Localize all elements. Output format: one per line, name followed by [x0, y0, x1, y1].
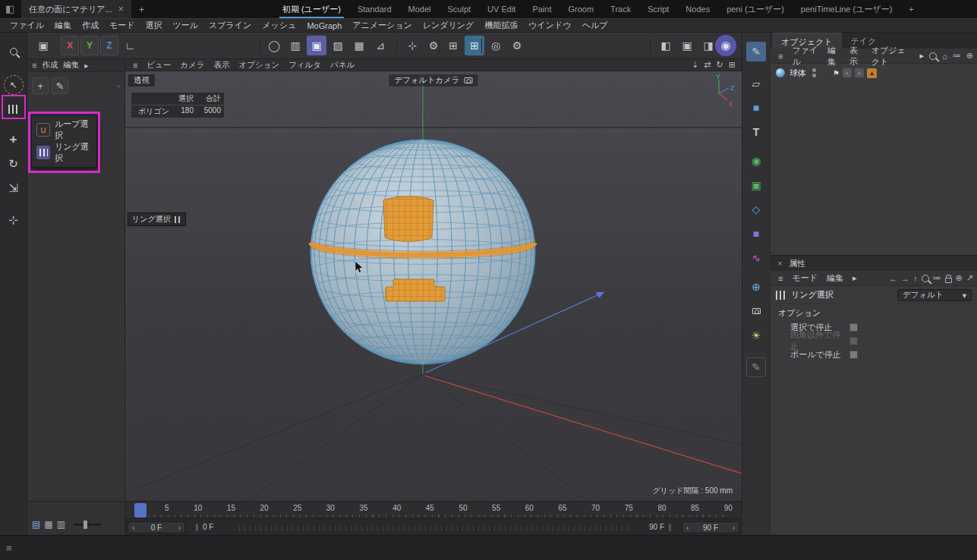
menu-tools[interactable]: ツール — [168, 20, 204, 31]
polygons-mode-icon[interactable]: ▣ — [307, 36, 326, 55]
edges-mode-icon[interactable]: ▥ — [285, 36, 305, 55]
hamburger-icon[interactable]: ≡ — [774, 274, 786, 283]
environment-icon[interactable]: ⊕ — [746, 277, 766, 297]
menu-window[interactable]: ウインドウ — [523, 20, 576, 31]
refresh-view-icon[interactable]: ↻ — [717, 60, 723, 70]
menu-camera[interactable]: カメラ — [175, 60, 209, 71]
current-frame-field[interactable]: ∥ 0 F — [195, 523, 213, 531]
layout-tab-script[interactable]: Script — [648, 0, 669, 18]
object-list[interactable]: 球体 ⚑ ▪ ▪ ▲ — [771, 64, 977, 255]
grid-view-icon[interactable]: ▦ — [44, 519, 52, 530]
camera-create-icon[interactable] — [746, 301, 766, 321]
annotate-pencil-icon[interactable]: ✎ — [746, 357, 766, 377]
menu-object[interactable]: オブジェクト — [868, 45, 915, 68]
hamburger-icon[interactable]: ≡ — [128, 61, 142, 70]
menu-display[interactable]: 表示 — [209, 60, 234, 71]
cube-primitive-icon[interactable]: ■ — [746, 98, 766, 118]
layout-tab-groom[interactable]: Groom — [568, 0, 594, 18]
layout-tab-uvedit[interactable]: UV Edit — [487, 0, 515, 18]
layout-tab-penitimeline[interactable]: peniTimeLine (ユーザー) — [801, 0, 893, 18]
hamburger-icon[interactable]: ≡ — [774, 52, 786, 61]
live-selection-tool[interactable]: ↖ — [4, 75, 24, 95]
modeling-axis-icon[interactable]: ⊹ — [402, 36, 422, 55]
layout-tab-model[interactable]: Model — [408, 0, 431, 18]
axis-y-button[interactable]: Y — [80, 36, 99, 55]
submenu-arrow-icon[interactable]: ▸ — [849, 273, 861, 283]
view-label[interactable]: 透視 — [128, 74, 155, 87]
spline-pen-icon[interactable]: ✎ — [746, 42, 766, 61]
text-tool-icon[interactable]: T — [746, 122, 766, 142]
home-icon[interactable]: ⌂ — [942, 52, 947, 61]
checkbox[interactable] — [849, 351, 858, 359]
coord-system-icon[interactable]: ∟ — [120, 36, 140, 55]
checkbox[interactable] — [849, 323, 858, 332]
back-icon[interactable]: ← — [889, 274, 897, 283]
checkbox[interactable] — [849, 337, 858, 345]
step-forward-icon[interactable]: › — [733, 524, 735, 532]
ring-selection-tool[interactable] — [4, 99, 24, 119]
menu-create[interactable]: 作成 — [77, 20, 104, 31]
menu-filter[interactable]: フィルタ — [284, 60, 326, 71]
popout-icon[interactable]: ↗ — [966, 273, 973, 283]
grid-snap-icon[interactable]: ⊞ — [443, 36, 463, 55]
menu-item-ring-selection[interactable]: リング選択 — [34, 141, 94, 164]
3d-scene[interactable] — [125, 71, 742, 501]
search-icon[interactable] — [929, 52, 937, 60]
modeling-settings-icon[interactable]: ⚙ — [424, 36, 443, 55]
voxel-icon[interactable]: ▣ — [746, 175, 766, 195]
layout-tab-standard[interactable]: Standard — [358, 0, 392, 18]
tag-icon[interactable]: ▪ — [843, 68, 852, 77]
filter-icon[interactable]: ≔ — [953, 51, 961, 61]
layout-tab-paint[interactable]: Paint — [532, 0, 551, 18]
menu-help[interactable]: ヘルプ — [577, 20, 613, 31]
start-frame-stepper[interactable]: ‹ 0 F › — [128, 521, 185, 533]
add-button[interactable]: + — [32, 77, 49, 94]
menu-view[interactable]: ビュー — [142, 60, 175, 71]
menu-extensions[interactable]: 機能拡張 — [479, 20, 523, 31]
close-icon[interactable]: × — [118, 4, 124, 14]
layout-tab-track[interactable]: Track — [610, 0, 631, 18]
menu-mode[interactable]: モード — [104, 20, 140, 31]
menu-panel[interactable]: パネル — [326, 60, 359, 71]
snap-settings-icon[interactable]: ⚙ — [507, 36, 527, 55]
render-view-icon[interactable]: ◧ — [656, 36, 676, 55]
close-icon[interactable]: × — [777, 259, 782, 268]
submenu-arrow-icon[interactable]: ▸ — [916, 51, 928, 61]
viewport-canvas[interactable]: 透視 デフォルトカメラ 選択 合計 ポリゴン 180 5000 リング選択 — [125, 71, 742, 501]
tag-icon[interactable]: ▪ — [855, 68, 864, 77]
scale-tool[interactable]: ⇲ — [4, 178, 24, 198]
menu-mograph[interactable]: MoGraph — [301, 21, 347, 30]
volume-icon[interactable]: ■ — [746, 224, 766, 244]
layout-tab-peni[interactable]: peni (ユーザー) — [726, 0, 784, 18]
filter-icon[interactable]: ≔ — [933, 273, 941, 283]
visibility-dots[interactable] — [812, 68, 816, 77]
light-icon[interactable]: ☀ — [746, 326, 766, 345]
rotate-tool[interactable]: ↻ — [4, 154, 24, 174]
forward-icon[interactable]: → — [901, 274, 909, 283]
submenu-arrow-icon[interactable]: ▸ — [84, 61, 88, 70]
search-zoom-icon[interactable] — [4, 42, 24, 61]
pin-icon[interactable]: ⇣ — [692, 60, 698, 70]
end-frame-field[interactable]: 90 F ∥ — [649, 523, 672, 531]
menu-options[interactable]: オプション — [234, 60, 284, 71]
snap-enable-icon[interactable]: ◎ — [486, 36, 506, 55]
add-layout-button[interactable]: + — [909, 0, 913, 18]
layout-tab-sculpt[interactable]: Sculpt — [448, 0, 471, 18]
flag-icon[interactable]: ⚑ — [833, 69, 840, 77]
search-icon[interactable] — [922, 275, 929, 282]
timeline-ruler[interactable]: 0 5 10 15 20 25 30 35 40 45 50 55 60 65 … — [125, 501, 742, 518]
menu-mode[interactable]: モード — [788, 272, 821, 284]
list-view-icon[interactable]: ▤ — [32, 519, 40, 530]
move-tool[interactable]: + — [4, 130, 24, 149]
object-name[interactable]: 球体 — [789, 68, 806, 79]
target-icon[interactable]: ⊕ — [956, 273, 963, 283]
options-section-title[interactable]: オプション — [771, 304, 977, 320]
menu-item-loop-selection[interactable]: ∪ ループ選択 — [34, 118, 94, 141]
layout-tab-default[interactable]: 初期 (ユーザー) — [282, 0, 341, 18]
menu-edit[interactable]: 編集 — [824, 45, 844, 68]
preset-dropdown[interactable]: デフォルト ▾ — [897, 289, 972, 301]
quad-view-icon[interactable]: ⊞ — [729, 60, 736, 70]
menu-animation[interactable]: アニメーション — [347, 20, 418, 31]
menu-create-local[interactable]: 作成 — [42, 60, 58, 71]
axis-z-button[interactable]: Z — [100, 36, 118, 55]
